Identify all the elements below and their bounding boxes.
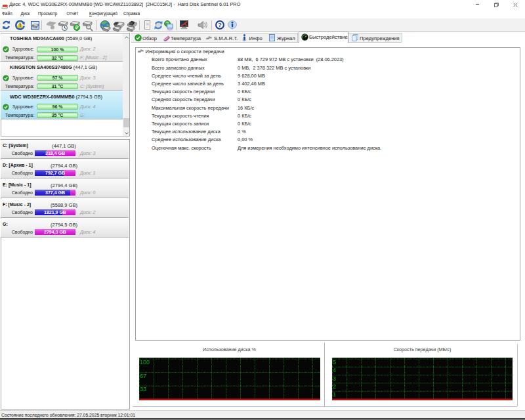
svg-text:?: ? bbox=[218, 21, 222, 28]
